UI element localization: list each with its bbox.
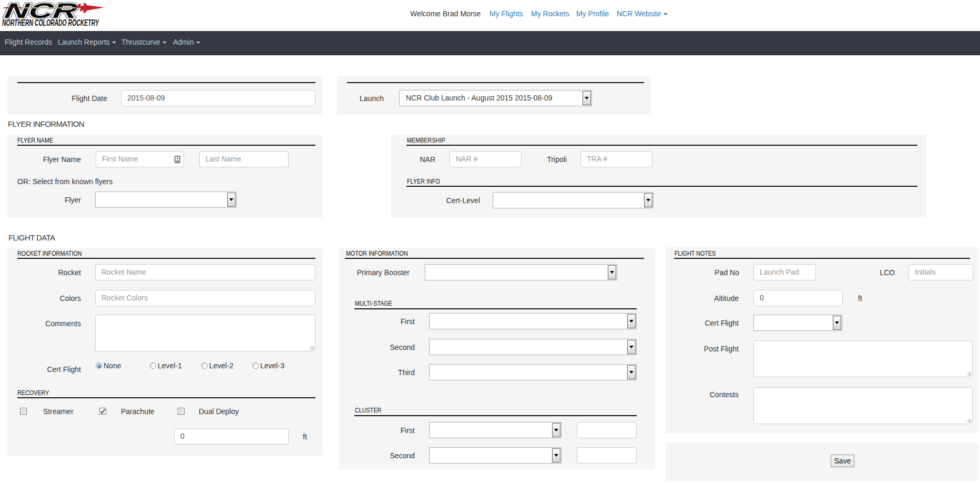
svg-text:NORTHERN COLORADO ROCKETRY: NORTHERN COLORADO ROCKETRY	[2, 18, 99, 27]
